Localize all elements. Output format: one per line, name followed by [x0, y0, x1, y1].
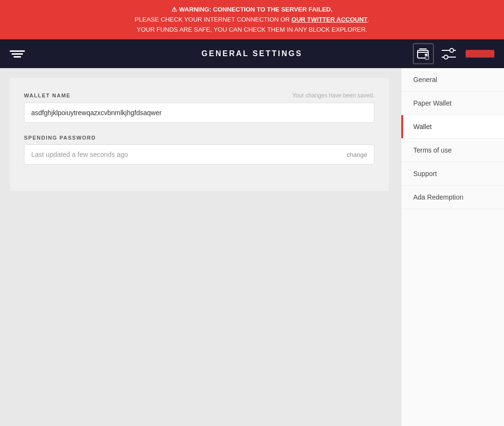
sidebar-item-paper-wallet[interactable]: Paper Wallet	[401, 92, 504, 115]
sidebar-item-ada-redemption[interactable]: Ada Redemption	[401, 186, 504, 209]
warning-line3: YOUR FUNDS ARE SAFE, YOU CAN CHECK THEM …	[10, 25, 494, 35]
svg-point-5	[450, 48, 454, 52]
sidebar-item-terms-of-use[interactable]: Terms of use	[401, 139, 504, 162]
sidebar-label-terms-of-use: Terms of use	[413, 146, 452, 154]
svg-rect-1	[425, 54, 427, 56]
spending-password-label: SPENDING PASSWORD	[24, 135, 374, 141]
header-left	[10, 44, 29, 63]
change-password-link[interactable]: change	[347, 151, 367, 158]
page-title: GENERAL SETTINGS	[202, 49, 302, 58]
wallet-name-label: WALLET NAME	[24, 93, 71, 98]
wallet-icon-button[interactable]: ↑	[413, 43, 434, 64]
twitter-link[interactable]: OUR TWITTER ACCOUNT	[291, 16, 367, 23]
settings-icon	[441, 47, 456, 60]
sidebar-label-general: General	[413, 76, 437, 83]
wallet-name-input[interactable]	[24, 103, 374, 123]
wallet-name-section: WALLET NAME Your changes have been saved…	[24, 92, 374, 123]
warning-title-text: WARNING: CONNECTION TO THE SERVER FAILED…	[179, 6, 332, 13]
settings-card: WALLET NAME Your changes have been saved…	[10, 78, 389, 191]
warning-line2-before: PLEASE CHECK YOUR INTERNET CONNECTION OR	[135, 16, 292, 23]
sidebar-label-wallet: Wallet	[413, 123, 432, 130]
svg-point-7	[444, 55, 448, 59]
main-layout: WALLET NAME Your changes have been saved…	[0, 68, 504, 426]
sidebar-label-support: Support	[413, 170, 437, 178]
sidebar-item-general[interactable]: General	[401, 68, 504, 92]
password-updated-text: Last updated a few seconds ago	[31, 151, 128, 158]
saved-message: Your changes have been saved.	[292, 92, 374, 99]
password-field: Last updated a few seconds ago change	[24, 144, 374, 165]
sidebar-label-ada-redemption: Ada Redemption	[413, 193, 463, 201]
warning-banner: ⚠ WARNING: CONNECTION TO THE SERVER FAIL…	[0, 0, 504, 39]
warning-line2-after: .	[368, 16, 370, 23]
sidebar: General Paper Wallet Wallet Terms of use…	[401, 68, 504, 426]
warning-icon: ⚠	[171, 6, 177, 13]
sidebar-label-paper-wallet: Paper Wallet	[413, 99, 452, 107]
settings-icon-button[interactable]	[441, 45, 458, 62]
svg-text:↑: ↑	[426, 57, 428, 59]
header-right: ↑	[413, 43, 494, 64]
red-action-button[interactable]	[466, 50, 494, 58]
content-area: WALLET NAME Your changes have been saved…	[0, 68, 401, 426]
header: GENERAL SETTINGS ↑	[0, 39, 504, 68]
layers-icon[interactable]	[10, 44, 29, 63]
wallet-icon: ↑	[417, 47, 430, 60]
wallet-name-label-row: WALLET NAME Your changes have been saved…	[24, 92, 374, 99]
sidebar-item-support[interactable]: Support	[401, 162, 504, 186]
sidebar-item-wallet[interactable]: Wallet	[401, 115, 504, 139]
spending-password-section: SPENDING PASSWORD Last updated a few sec…	[24, 135, 374, 165]
